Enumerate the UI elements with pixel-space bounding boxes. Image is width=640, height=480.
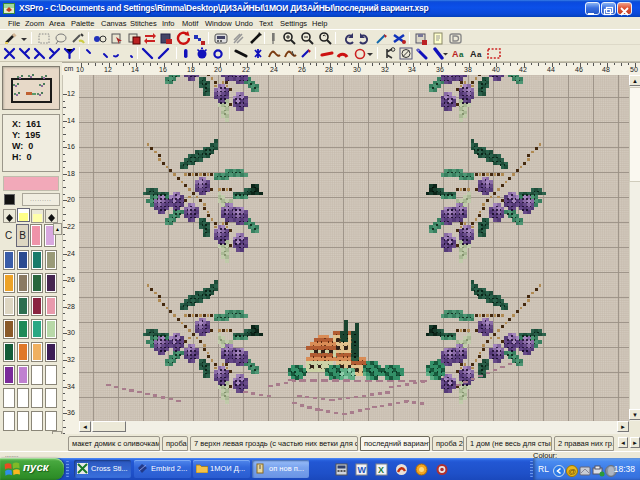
svg-text:a: a bbox=[459, 50, 464, 59]
svg-text:W: W bbox=[358, 465, 367, 475]
svg-text:a: a bbox=[477, 50, 482, 59]
svg-text:A: A bbox=[452, 49, 459, 59]
svg-text:@: @ bbox=[568, 467, 576, 476]
svg-text:A: A bbox=[470, 49, 477, 59]
svg-text:X: X bbox=[378, 465, 384, 475]
